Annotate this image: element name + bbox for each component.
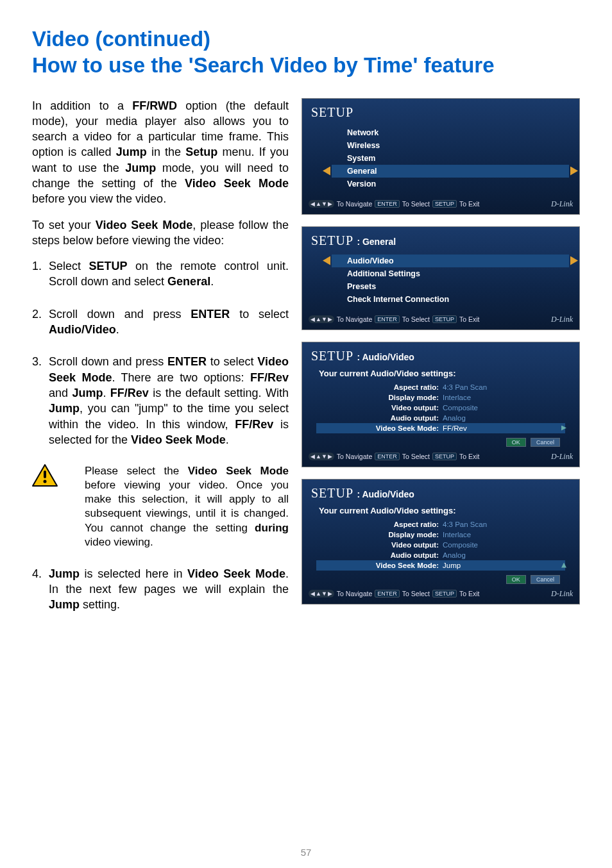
ok-button[interactable]: OK: [506, 575, 526, 584]
settings-heading: Your current Audio/Video settings:: [302, 367, 579, 382]
setting-row: Display mode:Interlace: [321, 530, 560, 540]
nav-arrows-icon: ◀▲▼▶: [309, 453, 334, 460]
setting-row: Display mode:Interlace: [321, 392, 560, 403]
setup-audiovideo-ffrev-screenshot: SETUP : Audio/Video Your current Audio/V…: [302, 342, 580, 467]
menu-item[interactable]: System: [347, 152, 554, 165]
cancel-button[interactable]: Cancel: [531, 438, 560, 447]
setting-row: Video output:Composite: [321, 403, 560, 413]
setting-row: Aspect ratio:4:3 Pan Scan: [321, 382, 560, 392]
screenshot-column: SETUP NetworkWirelessSystemGeneralVersio…: [302, 98, 580, 630]
setting-row: Audio output:Analog: [321, 413, 560, 423]
screenshot-footer: ◀▲▼▶ To Navigate ENTER To Select SETUP T…: [302, 197, 579, 210]
setup-general-screenshot: SETUP : General Audio/VideoAdditional Se…: [302, 226, 580, 330]
setting-row: Video output:Composite: [321, 540, 560, 550]
setting-row: Audio output:Analog: [321, 550, 560, 560]
warning-note: Please select the Video Seek Mode before…: [32, 464, 289, 549]
instruction-column: In addition to a FF/RWD option (the defa…: [32, 98, 289, 630]
menu-item[interactable]: Wireless: [347, 139, 554, 152]
brand-label: D-Link: [551, 199, 573, 209]
nav-arrows-icon: ◀▲▼▶: [309, 315, 334, 323]
menu-item[interactable]: General: [332, 165, 569, 178]
setup-audiovideo-jump-screenshot: SETUP : Audio/Video Your current Audio/V…: [302, 479, 580, 605]
menu-item[interactable]: Version: [347, 178, 554, 190]
setup-key-icon: SETUP: [432, 200, 457, 208]
warning-icon: [32, 464, 58, 487]
cancel-button[interactable]: Cancel: [531, 575, 560, 584]
menu-item[interactable]: Additional Settings: [347, 267, 554, 280]
setup-main-screenshot: SETUP NetworkWirelessSystemGeneralVersio…: [302, 98, 580, 215]
settings-heading: Your current Audio/Video settings:: [302, 505, 579, 519]
page-title: Video (continued) How to use the 'Search…: [32, 26, 580, 79]
page-number: 57: [0, 847, 612, 858]
menu-item[interactable]: Check Internet Connection: [347, 293, 554, 306]
ok-button[interactable]: OK: [506, 438, 526, 447]
svg-rect-1: [44, 471, 46, 478]
setup-title: SETUP: [302, 99, 579, 124]
step-1: 1. Select SETUP on the remote control un…: [32, 258, 289, 290]
setting-row[interactable]: Video Seek Mode:FF/Rev: [316, 423, 565, 433]
step-2: 2. Scroll down and press ENTER to select…: [32, 306, 289, 338]
step-4: 4. Jump is selected here in Video Seek M…: [32, 566, 289, 613]
menu-item[interactable]: Audio/Video: [332, 255, 569, 267]
menu-item[interactable]: Presets: [347, 280, 554, 293]
intro-paragraph: In addition to a FF/RWD option (the defa…: [32, 98, 289, 207]
nav-arrows-icon: ◀▲▼▶: [309, 200, 334, 208]
enter-key-icon: ENTER: [375, 200, 400, 208]
lead-paragraph: To set your Video Seek Mode, please foll…: [32, 217, 289, 249]
nav-arrows-icon: ◀▲▼▶: [309, 590, 334, 597]
setting-row: Aspect ratio:4:3 Pan Scan: [321, 519, 560, 530]
setting-row[interactable]: Video Seek Mode:Jump: [316, 560, 565, 571]
svg-point-2: [44, 480, 47, 483]
menu-item[interactable]: Network: [347, 126, 554, 139]
step-3: 3. Scroll down and press ENTER to select…: [32, 354, 289, 447]
